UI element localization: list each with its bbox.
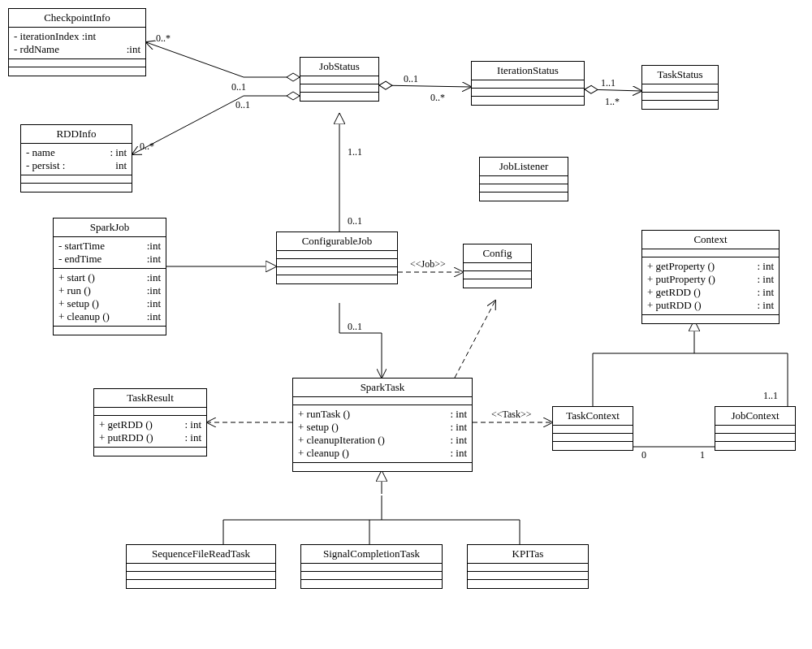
mult-tc-jc-l: 0 [641, 449, 646, 461]
class-name: SignalCompletionTask [301, 545, 442, 564]
mult-jobstatus-rdd: 0..1 [235, 99, 250, 111]
class-checkpointinfo: CheckpointInfo - iterationIndex :int - r… [8, 8, 146, 76]
extra [94, 448, 206, 456]
class-sparktask: SparkTask + runTask (): int + setup (): … [292, 378, 473, 472]
attributes [553, 426, 633, 434]
mult-rddinfo: 0..* [140, 141, 154, 153]
operations [642, 93, 718, 101]
extra [553, 442, 633, 450]
class-signalcompletiontask: SignalCompletionTask [300, 544, 443, 589]
extra [642, 101, 718, 109]
mult-jobstatus-it: 0..1 [404, 73, 418, 85]
extra [293, 463, 472, 471]
operations [300, 84, 378, 93]
extra [480, 193, 568, 201]
uml-diagram-canvas: CheckpointInfo - iterationIndex :int - r… [0, 0, 812, 649]
class-rddinfo: RDDInfo - name: int - persist :int [20, 124, 132, 193]
operations [472, 89, 584, 97]
class-configurablejob: ConfigurableJob [276, 231, 398, 284]
operations: + getRDD (): int + putRDD (): int [94, 416, 206, 448]
class-name: Context [642, 231, 779, 249]
extra2 [277, 275, 397, 283]
class-name: TaskStatus [642, 66, 718, 84]
class-jobstatus: JobStatus [300, 57, 379, 102]
attributes [301, 564, 442, 572]
mult-it-ts-r: 1..* [605, 96, 620, 108]
stereotype-job: <<Job>> [410, 258, 446, 270]
operations: + getProperty (): int + putProperty (): … [642, 257, 779, 315]
class-sequencefilereadtask: SequenceFileReadTask [126, 544, 276, 589]
stereotype-task: <<Task>> [491, 409, 532, 421]
class-taskcontext: TaskContext [552, 406, 633, 451]
class-context: Context + getProperty (): int + putPrope… [641, 230, 780, 324]
attributes [468, 564, 588, 572]
attributes [642, 249, 779, 257]
operations [127, 572, 275, 580]
class-name: IterationStatus [472, 62, 584, 80]
class-kpitaskset: KPITas [467, 544, 589, 589]
class-name: TaskContext [553, 407, 633, 426]
extra [277, 267, 397, 275]
attributes [127, 564, 275, 572]
class-name: RDDInfo [21, 125, 132, 144]
attributes [94, 408, 206, 416]
extra [301, 580, 442, 588]
mult-tc-jc-r: 1 [700, 449, 705, 461]
attributes: - name: int - persist :int [21, 144, 132, 175]
extra [54, 327, 166, 335]
class-name: SparkJob [54, 218, 166, 237]
class-taskresult: TaskResult + getRDD (): int + putRDD ():… [93, 388, 207, 456]
extra [468, 580, 588, 588]
extra [300, 93, 378, 101]
class-name: JobListener [480, 158, 568, 176]
class-iterationstatus: IterationStatus [471, 61, 585, 106]
extra [715, 442, 795, 450]
operations [301, 572, 442, 580]
attributes [642, 84, 718, 93]
operations [715, 434, 795, 442]
extra [127, 580, 275, 588]
attributes: - startTime:int - endTime:int [54, 237, 166, 269]
class-name: TaskResult [94, 389, 206, 408]
mult-checkpointinfo: 0..* [156, 32, 171, 45]
class-name: ConfigurableJob [277, 232, 397, 251]
class-joblistener: JobListener [479, 157, 568, 201]
class-name: SparkTask [293, 379, 472, 397]
attributes: - iterationIndex :int - rddName:int [9, 28, 145, 59]
mult-cj-js-top: 1..1 [348, 146, 362, 158]
mult-it-ts-l: 1..1 [601, 77, 615, 89]
class-name: KPITas [468, 545, 588, 564]
extra [21, 184, 132, 192]
class-name: SequenceFileReadTask [127, 545, 275, 564]
class-jobcontext: JobContext [715, 406, 796, 451]
extra [464, 279, 531, 288]
mult-cj-st: 0..1 [348, 321, 362, 333]
class-config: Config [463, 244, 532, 288]
attributes [293, 397, 472, 405]
operations: + start ():int + run ():int + setup ():i… [54, 269, 166, 327]
attributes [715, 426, 795, 434]
mult-jobstatus-ci: 0..1 [231, 81, 246, 93]
operations [480, 184, 568, 193]
operations [277, 259, 397, 267]
attributes [300, 76, 378, 84]
operations [9, 59, 145, 67]
mult-jc-ctx: 1..1 [763, 390, 778, 402]
attributes [277, 251, 397, 259]
operations: + runTask (): int + setup (): int + clea… [293, 405, 472, 463]
extra [9, 67, 145, 76]
class-name: JobStatus [300, 58, 378, 76]
attributes [480, 176, 568, 184]
class-name: CheckpointInfo [9, 9, 145, 28]
class-taskstatus: TaskStatus [641, 65, 719, 110]
operations [464, 271, 531, 279]
mult-iterationstatus: 0..* [430, 92, 445, 104]
attributes [472, 80, 584, 89]
attributes [464, 263, 531, 271]
operations [21, 175, 132, 184]
operations [553, 434, 633, 442]
extra [472, 97, 584, 105]
class-name: JobContext [715, 407, 795, 426]
operations [468, 572, 588, 580]
mult-cj-js-bot: 0..1 [348, 215, 362, 227]
